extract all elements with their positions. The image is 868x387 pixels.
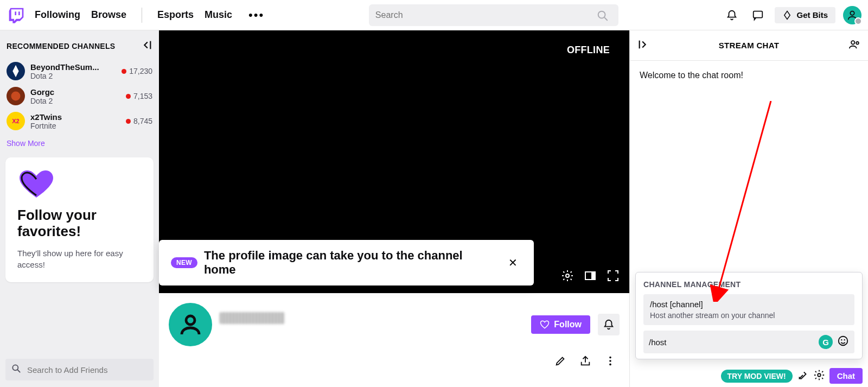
sidebar-title: RECOMMENDED CHANNELS <box>7 42 115 50</box>
new-badge: NEW <box>171 257 197 268</box>
promo-desc: They'll show up here for easy access! <box>17 248 142 270</box>
settings-icon[interactable] <box>561 269 574 284</box>
top-nav: Following Browse Esports Music ••• Get B… <box>0 0 868 30</box>
chat-messages: Welcome to the chat room! <box>630 61 868 272</box>
whispers-icon[interactable] <box>749 6 767 24</box>
emoji-icon[interactable] <box>837 335 849 349</box>
profile-tooltip: NEW The profile image can take you to th… <box>159 240 534 286</box>
svg-line-3 <box>604 17 607 20</box>
suggest-title: CHANNEL MANAGEMENT <box>643 280 854 289</box>
svg-point-5 <box>850 11 854 15</box>
promo-card: Follow your favorites! They'll show up h… <box>5 157 154 282</box>
chat-settings-icon[interactable] <box>813 369 825 383</box>
notifications-icon[interactable] <box>723 6 741 24</box>
more-vertical-icon[interactable] <box>604 355 616 367</box>
svg-point-12 <box>566 274 569 277</box>
svg-point-21 <box>856 41 859 44</box>
svg-point-25 <box>844 339 845 340</box>
viewer-count: 7,153 <box>133 92 152 100</box>
show-more-link[interactable]: Show More <box>0 134 159 153</box>
share-icon[interactable] <box>579 355 591 367</box>
svg-point-18 <box>609 364 611 366</box>
twitch-logo[interactable] <box>7 5 26 25</box>
chat-input-wrap[interactable]: G <box>643 331 854 353</box>
channel-avatar: X2 <box>7 112 25 130</box>
collapse-sidebar-icon[interactable] <box>141 39 152 53</box>
channel-game: Fortnite <box>30 122 126 130</box>
svg-point-24 <box>841 339 842 340</box>
svg-point-15 <box>186 316 195 325</box>
live-dot-icon <box>126 119 131 124</box>
friends-search[interactable] <box>5 359 154 380</box>
channel-avatar <box>7 62 25 80</box>
search-icon[interactable] <box>592 5 612 25</box>
chat-suggest-panel: CHANNEL MANAGEMENT /host [channel] Host … <box>635 272 863 359</box>
chat-welcome: Welcome to the chat room! <box>640 71 743 80</box>
chat-input[interactable] <box>649 338 819 347</box>
svg-rect-4 <box>754 11 763 17</box>
offline-label: OFFLINE <box>567 45 610 56</box>
channel-game: Dota 2 <box>30 72 122 80</box>
channel-game: Dota 2 <box>30 97 126 105</box>
nav-music[interactable]: Music <box>205 9 232 21</box>
suggest-item[interactable]: /host [channel] Host another stream on y… <box>643 294 854 325</box>
try-mod-view-button[interactable]: TRY MOD VIEW! <box>721 370 793 383</box>
svg-rect-1 <box>15 11 16 15</box>
svg-point-2 <box>598 11 605 18</box>
nav-esports[interactable]: Esports <box>157 9 194 21</box>
chat-send-button[interactable]: Chat <box>829 368 863 384</box>
svg-point-17 <box>609 360 611 362</box>
channel-name: x2Twins <box>30 112 126 122</box>
grammarly-icon[interactable]: G <box>819 335 833 349</box>
channel-item[interactable]: X2 x2Twins Fortnite 8,745 <box>0 109 159 134</box>
channel-title-blurred <box>220 312 285 324</box>
svg-line-11 <box>18 370 20 372</box>
friends-search-input[interactable] <box>27 365 148 375</box>
chat-panel: STREAM CHAT Welcome to the chat room! CH… <box>629 30 868 387</box>
channel-item[interactable]: BeyondTheSum... Dota 2 17,230 <box>0 59 159 84</box>
nav-more-icon[interactable]: ••• <box>248 8 264 22</box>
close-icon[interactable]: ✕ <box>504 254 522 271</box>
nav-divider <box>142 8 142 23</box>
channel-item[interactable]: Gorgc Dota 2 7,153 <box>0 84 159 109</box>
theatre-mode-icon[interactable] <box>584 269 597 284</box>
svg-point-26 <box>818 373 821 377</box>
nav-browse[interactable]: Browse <box>91 9 126 21</box>
expand-chat-icon[interactable] <box>637 39 649 53</box>
community-icon[interactable] <box>848 39 860 53</box>
fullscreen-icon[interactable] <box>607 269 620 284</box>
channel-profile-avatar[interactable] <box>169 303 212 346</box>
svg-rect-0 <box>18 11 20 15</box>
notify-button[interactable] <box>598 314 620 335</box>
sidebar: RECOMMENDED CHANNELS BeyondTheSum... Dot… <box>0 30 159 387</box>
svg-point-10 <box>12 365 18 370</box>
heart-icon <box>17 169 55 200</box>
search-input[interactable] <box>375 10 592 20</box>
mod-sword-icon[interactable] <box>797 369 809 383</box>
chat-title: STREAM CHAT <box>649 41 848 50</box>
svg-point-16 <box>609 357 611 359</box>
search-box[interactable] <box>369 4 618 26</box>
suggest-desc: Host another stream on your channel <box>650 311 848 320</box>
get-bits-button[interactable]: Get Bits <box>775 7 835 23</box>
svg-rect-14 <box>591 272 595 280</box>
channel-name: BeyondTheSum... <box>30 62 122 72</box>
svg-point-9 <box>11 92 21 101</box>
edit-icon[interactable] <box>554 355 566 367</box>
svg-point-20 <box>851 41 854 44</box>
follow-label: Follow <box>554 320 582 329</box>
suggest-command: /host [channel] <box>650 300 848 309</box>
viewer-count: 17,230 <box>129 67 152 75</box>
main-content: OFFLINE NEW The profile image can take y… <box>159 30 629 387</box>
nav-links: Following Browse Esports Music ••• <box>35 8 264 23</box>
follow-button[interactable]: Follow <box>531 315 590 334</box>
promo-title: Follow your favorites! <box>17 207 142 240</box>
user-avatar[interactable] <box>843 6 861 24</box>
search-icon <box>11 363 22 376</box>
svg-point-23 <box>839 337 848 346</box>
get-bits-label: Get Bits <box>796 10 828 20</box>
video-player[interactable]: OFFLINE NEW The profile image can take y… <box>159 30 629 293</box>
nav-following[interactable]: Following <box>35 9 80 21</box>
live-dot-icon <box>122 69 126 74</box>
channel-name: Gorgc <box>30 87 126 97</box>
